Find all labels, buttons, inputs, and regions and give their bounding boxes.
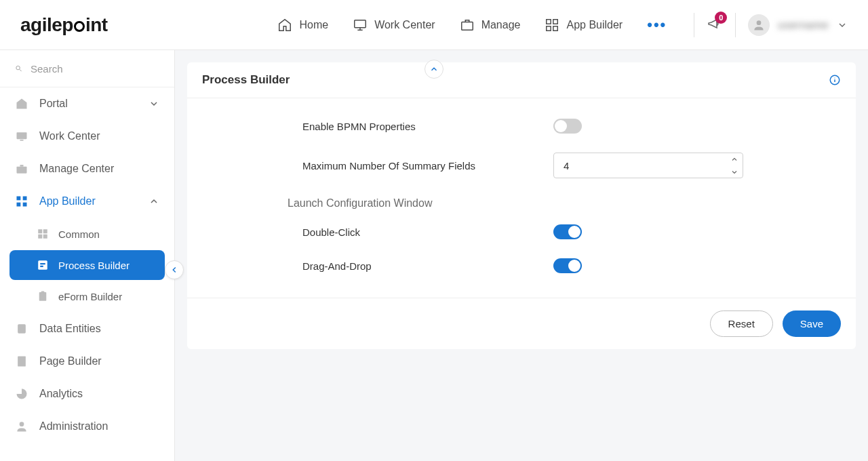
- sidebar-scroll[interactable]: Portal Work Center Manage Center App Bui…: [0, 87, 174, 461]
- sidebar-item-label: Work Center: [39, 130, 100, 142]
- svg-rect-5: [553, 19, 557, 23]
- row-enable-bpmn: Enable BPMN Properties: [302, 119, 841, 134]
- svg-point-9: [16, 66, 20, 70]
- svg-rect-13: [17, 167, 27, 174]
- notifications-button[interactable]: 0: [707, 16, 723, 35]
- sidebar-item-label: Analytics: [39, 388, 83, 400]
- chevron-down-icon: [730, 168, 738, 176]
- sidebar-item-app-builder[interactable]: App Builder: [0, 185, 174, 218]
- username: username: [778, 19, 829, 31]
- nav-work-center[interactable]: Work Center: [353, 18, 435, 33]
- sidebar-sub-common[interactable]: Common: [9, 219, 165, 249]
- chevron-up-icon: [149, 196, 159, 207]
- spinner-up[interactable]: [726, 153, 743, 165]
- sidebar: Portal Work Center Manage Center App Bui…: [0, 50, 175, 461]
- sidebar-sub-process-builder[interactable]: Process Builder: [9, 250, 165, 280]
- max-summary-spinner: [553, 153, 743, 178]
- sidebar-item-administration[interactable]: Administration: [0, 410, 174, 443]
- apps-icon: [15, 195, 28, 208]
- svg-rect-3: [461, 22, 473, 30]
- nav-work-center-label: Work Center: [374, 19, 435, 31]
- sidebar-item-label: Manage Center: [39, 163, 114, 175]
- save-button[interactable]: Save: [783, 310, 841, 337]
- svg-rect-15: [17, 197, 21, 201]
- sidebar-item-page-builder[interactable]: Page Builder: [0, 345, 174, 378]
- nav-manage[interactable]: Manage: [460, 18, 521, 33]
- settings-panel: Process Builder Enable BPMN Properties M…: [187, 62, 856, 349]
- spinner-down[interactable]: [726, 165, 743, 178]
- svg-rect-25: [40, 266, 43, 267]
- chevron-down-icon: [837, 20, 848, 31]
- max-summary-label: Maximum Number Of Summary Fields: [302, 160, 553, 172]
- svg-rect-4: [547, 19, 551, 23]
- double-click-label: Double-Click: [302, 226, 553, 238]
- panel-footer: Reset Save: [187, 298, 856, 349]
- svg-rect-11: [17, 132, 27, 139]
- info-icon[interactable]: [829, 74, 841, 86]
- apps-icon: [545, 18, 559, 33]
- nav-manage-label: Manage: [481, 19, 521, 31]
- sidebar-collapse-button[interactable]: [165, 260, 184, 279]
- svg-point-30: [20, 422, 24, 426]
- nav-app-builder-label: App Builder: [566, 19, 623, 31]
- svg-rect-18: [23, 203, 27, 207]
- svg-rect-0: [355, 20, 366, 27]
- clipboard-icon: [37, 290, 49, 302]
- nav-more[interactable]: •••: [647, 16, 667, 34]
- double-click-toggle[interactable]: [553, 224, 582, 239]
- home-icon: [15, 97, 28, 111]
- user-menu[interactable]: username: [748, 14, 848, 36]
- user-icon: [15, 420, 28, 433]
- svg-rect-24: [40, 263, 45, 264]
- sidebar-item-data-entities[interactable]: Data Entities: [0, 313, 174, 345]
- pie-chart-icon: [15, 387, 28, 401]
- spinner-buttons: [726, 153, 743, 178]
- sidebar-item-analytics[interactable]: Analytics: [0, 378, 174, 410]
- nav-home[interactable]: Home: [277, 18, 328, 33]
- svg-rect-12: [20, 140, 24, 141]
- reset-button[interactable]: Reset: [710, 310, 773, 337]
- sidebar-item-label: Administration: [39, 420, 108, 433]
- chevron-up-icon: [429, 64, 439, 74]
- panel-title: Process Builder: [202, 73, 290, 87]
- briefcase-icon: [15, 162, 28, 176]
- drag-drop-label: Drag-And-Drop: [302, 260, 553, 272]
- sidebar-item-label: App Builder: [39, 195, 96, 207]
- svg-rect-16: [23, 197, 27, 201]
- panel-body: Enable BPMN Properties Maximum Number Of…: [187, 98, 856, 298]
- svg-rect-20: [43, 229, 47, 233]
- monitor-icon: [15, 129, 28, 143]
- sidebar-sub-label: eForm Builder: [58, 291, 122, 302]
- svg-line-10: [20, 69, 22, 71]
- database-icon: [15, 322, 28, 336]
- svg-rect-6: [547, 26, 551, 30]
- launch-section-heading: Launch Configuration Window: [288, 197, 841, 209]
- nav-app-builder[interactable]: App Builder: [545, 18, 623, 33]
- header-collapse-button[interactable]: [425, 60, 443, 79]
- search-input[interactable]: [31, 63, 159, 75]
- drag-drop-toggle[interactable]: [553, 258, 582, 273]
- divider: [694, 13, 694, 37]
- row-double-click: Double-Click: [302, 224, 841, 239]
- sidebar-item-manage-center[interactable]: Manage Center: [0, 153, 174, 185]
- top-nav: Home Work Center Manage App Builder •••: [277, 16, 667, 34]
- sidebar-item-label: Data Entities: [39, 323, 101, 335]
- sidebar-item-label: Portal: [39, 98, 68, 110]
- body: Portal Work Center Manage Center App Bui…: [0, 50, 868, 461]
- max-summary-input[interactable]: [554, 160, 726, 172]
- app-header: agilepint Home Work Center Manage App Bu…: [0, 0, 868, 50]
- home-icon: [277, 18, 292, 33]
- sidebar-sub-eform-builder[interactable]: eForm Builder: [9, 281, 165, 311]
- enable-bpmn-label: Enable BPMN Properties: [302, 121, 553, 132]
- sidebar-item-portal[interactable]: Portal: [0, 87, 174, 120]
- monitor-icon: [353, 18, 368, 33]
- sidebar-item-label: Page Builder: [39, 355, 102, 367]
- svg-rect-26: [39, 292, 47, 301]
- notification-badge: 0: [715, 12, 727, 24]
- sidebar-item-work-center[interactable]: Work Center: [0, 120, 174, 153]
- svg-rect-27: [41, 292, 45, 294]
- briefcase-icon: [460, 18, 475, 33]
- svg-point-33: [834, 77, 835, 78]
- grid-icon: [37, 228, 49, 240]
- enable-bpmn-toggle[interactable]: [553, 119, 582, 134]
